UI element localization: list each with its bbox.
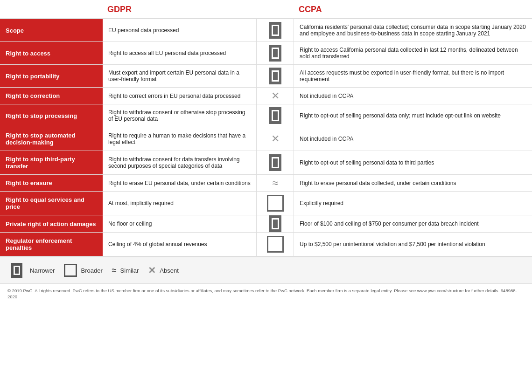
row-icon-cell — [257, 151, 294, 174]
row-gdpr: Right to require a human to make decisio… — [103, 127, 257, 151]
row-icon-cell: ✕ — [257, 88, 294, 104]
table-header: GDPR CCPA — [0, 0, 532, 19]
similar-icon: ≈ — [272, 177, 278, 189]
row-ccpa: Floor of $100 and ceiling of $750 per co… — [294, 215, 532, 232]
row-label: Right to portability — [0, 65, 103, 87]
narrower-icon — [265, 22, 286, 39]
row-label: Private right of action damages — [0, 215, 103, 232]
row-label: Right to correction — [0, 88, 103, 104]
legend-similar: ≈ Similar — [112, 266, 139, 275]
table-body: ScopeEU personal data processed Californ… — [0, 19, 532, 256]
table-row: Right to correctionRight to correct erro… — [0, 88, 532, 104]
legend-broader-icon — [64, 264, 77, 277]
row-ccpa: All access requests must be exported in … — [294, 65, 532, 87]
row-label: Right to stop third-party transfer — [0, 151, 103, 174]
footer-text: © 2019 PwC. All rights reserved. PwC ref… — [7, 288, 517, 299]
row-gdpr: EU personal data processed — [103, 19, 257, 41]
row-icon-cell — [257, 104, 294, 127]
header-icon-col — [257, 0, 294, 18]
row-label: Right to stop processing — [0, 104, 103, 127]
row-label: Right to stop automated decision-making — [0, 127, 103, 151]
header-label-col — [0, 0, 103, 18]
row-icon-cell — [257, 19, 294, 41]
row-ccpa: Right to opt-out of selling personal dat… — [294, 151, 532, 174]
row-gdpr: Ceiling of 4% of global annual revenues — [103, 233, 257, 256]
row-icon-cell: ≈ — [257, 175, 294, 191]
row-gdpr: Must export and import certain EU person… — [103, 65, 257, 87]
row-ccpa: Right to opt-out of selling personal dat… — [294, 104, 532, 127]
row-gdpr: Right to withdraw consent for data trans… — [103, 151, 257, 174]
legend-narrower: Narrower — [7, 263, 55, 278]
row-icon-cell — [257, 215, 294, 232]
row-gdpr: Right to correct errors in EU personal d… — [103, 88, 257, 104]
row-label: Right to equal services and price — [0, 192, 103, 215]
legend-absent: ✕ Absent — [148, 265, 178, 276]
table-row: Regulator enforcement penaltiesCeiling o… — [0, 233, 532, 256]
narrower-icon — [265, 107, 286, 124]
table-row: Right to stop third-party transferRight … — [0, 151, 532, 175]
legend: Narrower Broader ≈ Similar ✕ Absent — [0, 256, 532, 283]
row-icon-cell — [257, 233, 294, 256]
footer: © 2019 PwC. All rights reserved. PwC ref… — [0, 283, 532, 304]
row-ccpa: Not included in CCPA — [294, 88, 532, 104]
table-row: Right to accessRight to access all EU pe… — [0, 42, 532, 65]
legend-broader: Broader — [64, 264, 102, 277]
legend-broader-label: Broader — [81, 267, 102, 274]
header-ccpa: CCPA — [294, 0, 532, 18]
row-gdpr: Right to access all EU personal data pro… — [103, 42, 257, 64]
row-icon-cell — [257, 65, 294, 87]
legend-similar-icon: ≈ — [112, 266, 117, 275]
row-ccpa: Up to $2,500 per unintentional violation… — [294, 233, 532, 256]
absent-icon: ✕ — [271, 90, 280, 102]
legend-absent-label: Absent — [160, 267, 178, 274]
row-icon-cell — [257, 42, 294, 64]
row-gdpr: Right to erase EU personal data, under c… — [103, 175, 257, 191]
table-row: Right to stop automated decision-makingR… — [0, 127, 532, 151]
row-icon-cell: ✕ — [257, 127, 294, 151]
row-ccpa: Right to erase personal data collected, … — [294, 175, 532, 191]
narrower-icon — [265, 154, 286, 171]
table-row: Right to portabilityMust export and impo… — [0, 65, 532, 88]
main-container: GDPR CCPA ScopeEU personal data processe… — [0, 0, 532, 304]
table-row: Right to stop processingRight to withdra… — [0, 104, 532, 127]
row-gdpr: At most, implicitly required — [103, 192, 257, 215]
absent-icon: ✕ — [271, 133, 280, 145]
broader-icon — [267, 236, 284, 253]
row-label: Scope — [0, 19, 103, 41]
row-gdpr: No floor or ceiling — [103, 215, 257, 232]
row-ccpa: Not included in CCPA — [294, 127, 532, 151]
row-gdpr: Right to withdraw consent or otherwise s… — [103, 104, 257, 127]
broader-icon — [267, 195, 284, 212]
legend-narrower-label: Narrower — [30, 267, 55, 274]
legend-narrower-icon — [7, 263, 26, 278]
narrower-icon — [265, 45, 286, 62]
table-row: Right to erasureRight to erase EU person… — [0, 175, 532, 192]
table-row: Private right of action damagesNo floor … — [0, 215, 532, 233]
row-icon-cell — [257, 192, 294, 215]
row-label: Right to access — [0, 42, 103, 64]
narrower-icon — [265, 215, 286, 232]
row-label: Regulator enforcement penalties — [0, 233, 103, 256]
row-ccpa: Explicitly required — [294, 192, 532, 215]
header-gdpr: GDPR — [103, 0, 257, 18]
narrower-icon — [265, 68, 286, 84]
legend-similar-label: Similar — [120, 267, 139, 274]
row-ccpa: Right to access California personal data… — [294, 42, 532, 64]
row-ccpa: California residents' personal data coll… — [294, 19, 532, 41]
legend-absent-icon: ✕ — [148, 265, 156, 276]
row-label: Right to erasure — [0, 175, 103, 191]
table-row: Right to equal services and priceAt most… — [0, 192, 532, 215]
table-row: ScopeEU personal data processed Californ… — [0, 19, 532, 42]
